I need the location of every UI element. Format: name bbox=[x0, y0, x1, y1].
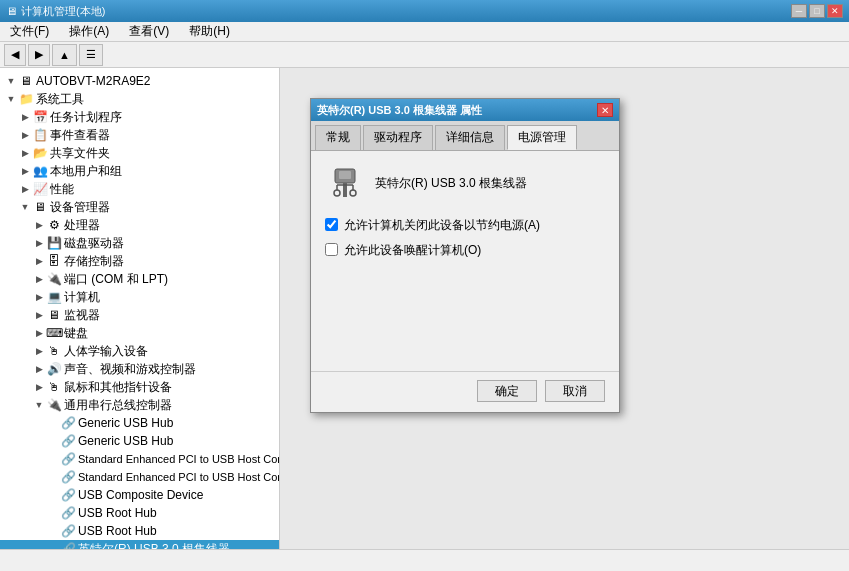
hid-label: 人体学输入设备 bbox=[64, 343, 148, 360]
tree-shared-folders[interactable]: ▶ 📂 共享文件夹 bbox=[0, 144, 279, 162]
tree-generic-hub1[interactable]: ▶ 🔗 Generic USB Hub bbox=[0, 414, 279, 432]
tree-usb-ctrl[interactable]: ▼ 🔌 通用串行总线控制器 bbox=[0, 396, 279, 414]
tree-sound[interactable]: ▶ 🔊 声音、视频和游戏控制器 bbox=[0, 360, 279, 378]
tree-processor[interactable]: ▶ ⚙ 处理器 bbox=[0, 216, 279, 234]
tree-monitor[interactable]: ▶ 🖥 监视器 bbox=[0, 306, 279, 324]
system-tools-icon: 📁 bbox=[18, 91, 34, 107]
tree-local-users[interactable]: ▶ 👥 本地用户和组 bbox=[0, 162, 279, 180]
dd-label: 磁盘驱动器 bbox=[64, 235, 124, 252]
users-expand: ▶ bbox=[18, 164, 32, 178]
tree-system-tools[interactable]: ▼ 📁 系统工具 bbox=[0, 90, 279, 108]
allow-off-checkbox[interactable] bbox=[325, 218, 338, 231]
tab-details[interactable]: 详细信息 bbox=[435, 125, 505, 150]
mon-label: 监视器 bbox=[64, 307, 100, 324]
menu-action[interactable]: 操作(A) bbox=[63, 21, 115, 42]
system-tools-label: 系统工具 bbox=[36, 91, 84, 108]
comp-expand: ▶ bbox=[32, 290, 46, 304]
task-label: 任务计划程序 bbox=[50, 109, 122, 126]
proc-label: 处理器 bbox=[64, 217, 100, 234]
proc-expand: ▶ bbox=[32, 218, 46, 232]
event-label: 事件查看器 bbox=[50, 127, 110, 144]
gh1-label: Generic USB Hub bbox=[78, 416, 173, 430]
tree-hid[interactable]: ▶ 🖱 人体学输入设备 bbox=[0, 342, 279, 360]
menu-file[interactable]: 文件(F) bbox=[4, 21, 55, 42]
dialog-tabs: 常规 驱动程序 详细信息 电源管理 bbox=[311, 121, 619, 151]
comp2-icon: 🔗 bbox=[60, 487, 76, 503]
ih-label: 英特尔(R) USB 3.0 根集线器 bbox=[78, 541, 230, 550]
forward-button[interactable]: ▶ bbox=[28, 44, 50, 66]
tree-ports[interactable]: ▶ 🔌 端口 (COM 和 LPT) bbox=[0, 270, 279, 288]
checkbox-allow-off: 允许计算机关闭此设备以节约电源(A) bbox=[325, 217, 605, 234]
allow-wakeup-checkbox[interactable] bbox=[325, 243, 338, 256]
se1-label: Standard Enhanced PCI to USB Host Contro… bbox=[78, 453, 280, 465]
ok-button[interactable]: 确定 bbox=[477, 380, 537, 402]
tree-root[interactable]: ▼ 🖥 AUTOBVT-M2RA9E2 bbox=[0, 72, 279, 90]
device-expand: ▼ bbox=[18, 200, 32, 214]
window-icon: 🖥 bbox=[6, 5, 17, 17]
mouse-label: 鼠标和其他指针设备 bbox=[64, 379, 172, 396]
mon-expand: ▶ bbox=[32, 308, 46, 322]
tree-computer[interactable]: ▶ 💻 计算机 bbox=[0, 288, 279, 306]
show-hide-button[interactable]: ☰ bbox=[79, 44, 103, 66]
close-button[interactable]: ✕ bbox=[827, 4, 843, 18]
tree-device-manager[interactable]: ▼ 🖥 设备管理器 bbox=[0, 198, 279, 216]
allow-off-label: 允许计算机关闭此设备以节约电源(A) bbox=[344, 217, 540, 234]
tree-intel-hub[interactable]: ▶ 🔗 英特尔(R) USB 3.0 根集线器 bbox=[0, 540, 279, 549]
mouse-expand: ▶ bbox=[32, 380, 46, 394]
event-expand: ▶ bbox=[18, 128, 32, 142]
sc-expand: ▶ bbox=[32, 254, 46, 268]
se2-icon: 🔗 bbox=[60, 469, 76, 485]
tree-root-hub1[interactable]: ▶ 🔗 USB Root Hub bbox=[0, 504, 279, 522]
device-name-label: 英特尔(R) USB 3.0 根集线器 bbox=[375, 175, 527, 192]
rh2-label: USB Root Hub bbox=[78, 524, 157, 538]
minimize-button[interactable]: ─ bbox=[791, 4, 807, 18]
status-bar bbox=[0, 549, 849, 571]
checkbox-allow-wakeup: 允许此设备唤醒计算机(O) bbox=[325, 242, 605, 259]
tab-power-management[interactable]: 电源管理 bbox=[507, 125, 577, 150]
tree-performance[interactable]: ▶ 📈 性能 bbox=[0, 180, 279, 198]
comp2-label: USB Composite Device bbox=[78, 488, 203, 502]
task-expand: ▶ bbox=[18, 110, 32, 124]
tree-panel[interactable]: ▼ 🖥 AUTOBVT-M2RA9E2 ▼ 📁 系统工具 ▶ 📅 任务计划程序 … bbox=[0, 68, 280, 549]
menu-view[interactable]: 查看(V) bbox=[123, 21, 175, 42]
maximize-button[interactable]: □ bbox=[809, 4, 825, 18]
content-area: ▼ 🖥 AUTOBVT-M2RA9E2 ▼ 📁 系统工具 ▶ 📅 任务计划程序 … bbox=[0, 68, 849, 549]
tree-keyboard[interactable]: ▶ ⌨ 键盘 bbox=[0, 324, 279, 342]
sc-label: 存储控制器 bbox=[64, 253, 124, 270]
tree-disk-drives[interactable]: ▶ 💾 磁盘驱动器 bbox=[0, 234, 279, 252]
task-icon: 📅 bbox=[32, 109, 48, 125]
menu-help[interactable]: 帮助(H) bbox=[183, 21, 236, 42]
tree-composite[interactable]: ▶ 🔗 USB Composite Device bbox=[0, 486, 279, 504]
ih-icon: 🔗 bbox=[60, 541, 76, 549]
cancel-button[interactable]: 取消 bbox=[545, 380, 605, 402]
allow-wakeup-label: 允许此设备唤醒计算机(O) bbox=[344, 242, 481, 259]
tree-task-scheduler[interactable]: ▶ 📅 任务计划程序 bbox=[0, 108, 279, 126]
tree-storage-ctrl[interactable]: ▶ 🗄 存储控制器 bbox=[0, 252, 279, 270]
rh2-icon: 🔗 bbox=[60, 523, 76, 539]
tree-std-enhanced1[interactable]: ▶ 🔗 Standard Enhanced PCI to USB Host Co… bbox=[0, 450, 279, 468]
tree-root-hub2[interactable]: ▶ 🔗 USB Root Hub bbox=[0, 522, 279, 540]
hid-icon: 🖱 bbox=[46, 343, 62, 359]
mouse-icon: 🖱 bbox=[46, 379, 62, 395]
tab-driver[interactable]: 驱动程序 bbox=[363, 125, 433, 150]
usb-ctrl-label: 通用串行总线控制器 bbox=[64, 397, 172, 414]
tree-generic-hub2[interactable]: ▶ 🔗 Generic USB Hub bbox=[0, 432, 279, 450]
tree-std-enhanced2[interactable]: ▶ 🔗 Standard Enhanced PCI to USB Host Co… bbox=[0, 468, 279, 486]
back-button[interactable]: ◀ bbox=[4, 44, 26, 66]
menu-bar: 文件(F) 操作(A) 查看(V) 帮助(H) bbox=[0, 22, 849, 42]
tree-mouse[interactable]: ▶ 🖱 鼠标和其他指针设备 bbox=[0, 378, 279, 396]
title-bar: 🖥 计算机管理(本地) ─ □ ✕ bbox=[0, 0, 849, 22]
dialog-close-button[interactable]: ✕ bbox=[597, 103, 613, 117]
tree-event-viewer[interactable]: ▶ 📋 事件查看器 bbox=[0, 126, 279, 144]
up-button[interactable]: ▲ bbox=[52, 44, 77, 66]
gh2-label: Generic USB Hub bbox=[78, 434, 173, 448]
hid-expand: ▶ bbox=[32, 344, 46, 358]
snd-icon: 🔊 bbox=[46, 361, 62, 377]
shared-label: 共享文件夹 bbox=[50, 145, 110, 162]
se1-icon: 🔗 bbox=[60, 451, 76, 467]
comp-icon: 💻 bbox=[46, 289, 62, 305]
device-icon-large bbox=[325, 163, 365, 203]
system-tools-expand: ▼ bbox=[4, 92, 18, 106]
dialog-title-text: 英特尔(R) USB 3.0 根集线器 属性 bbox=[317, 103, 482, 118]
tab-general[interactable]: 常规 bbox=[315, 125, 361, 150]
